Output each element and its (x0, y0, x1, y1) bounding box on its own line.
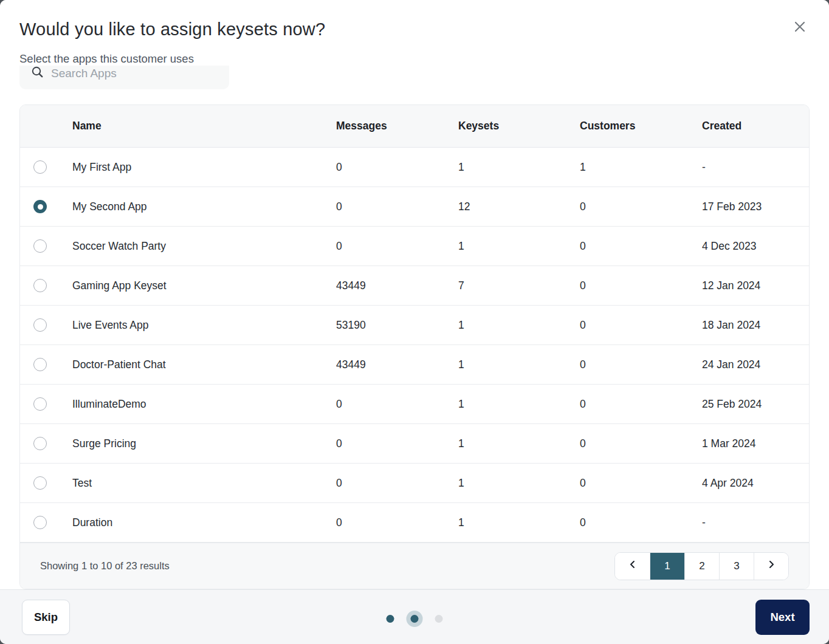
keysets-value: 1 (458, 358, 580, 371)
modal-header: Would you like to assign keysets now? Se… (0, 0, 829, 66)
app-name: My Second App (72, 200, 336, 213)
chevron-left-icon (628, 560, 638, 572)
keysets-value: 1 (458, 437, 580, 450)
table-row[interactable]: Doctor-Patient Chat 43449 1 0 24 Jan 202… (20, 345, 809, 385)
table-row[interactable]: Live Events App 53190 1 0 18 Jan 2024 (20, 306, 809, 345)
pagination-page-3[interactable]: 3 (719, 553, 754, 580)
pagination-page-2[interactable]: 2 (684, 553, 719, 580)
pagination: 1 2 3 (614, 552, 789, 580)
modal-footer-bar: Skip Next (0, 589, 829, 644)
search-input[interactable] (51, 67, 215, 80)
table-row[interactable]: My Second App 0 12 0 17 Feb 2023 (20, 187, 809, 227)
app-name: Live Events App (72, 319, 336, 332)
created-value: 24 Jan 2024 (702, 358, 809, 371)
assign-keysets-modal: Would you like to assign keysets now? Se… (0, 0, 829, 644)
step-dot-2 (411, 615, 419, 623)
app-name: Soccer Watch Party (72, 240, 336, 253)
created-value: 18 Jan 2024 (702, 319, 809, 332)
table-row[interactable]: Test 0 1 0 4 Apr 2024 (20, 464, 809, 503)
results-summary: Showing 1 to 10 of 23 results (40, 560, 170, 572)
table-footer: Showing 1 to 10 of 23 results 1 2 3 (20, 543, 809, 589)
radio-button[interactable] (33, 397, 47, 411)
keysets-value: 12 (458, 200, 580, 213)
created-value: 4 Dec 2023 (702, 240, 809, 253)
created-value: 25 Feb 2024 (702, 398, 809, 411)
customers-value: 0 (580, 319, 702, 332)
keysets-value: 1 (458, 516, 580, 529)
customers-value: 0 (580, 398, 702, 411)
messages-value: 0 (336, 200, 458, 213)
created-value: - (702, 161, 809, 174)
column-header-customers: Customers (580, 120, 702, 132)
customers-value: 0 (580, 279, 702, 292)
modal-subtitle: Select the apps this customer uses (19, 52, 194, 66)
customers-value: 1 (580, 161, 702, 174)
created-value: 17 Feb 2023 (702, 200, 809, 213)
messages-value: 0 (336, 477, 458, 490)
radio-button[interactable] (33, 516, 47, 529)
chevron-right-icon (766, 560, 776, 572)
pagination-page-1[interactable]: 1 (650, 553, 684, 580)
customers-value: 0 (580, 516, 702, 529)
app-name: IlluminateDemo (72, 398, 336, 411)
messages-value: 0 (336, 398, 458, 411)
created-value: - (702, 516, 809, 529)
radio-button[interactable] (33, 437, 47, 450)
search-icon (19, 66, 43, 80)
messages-value: 43449 (336, 358, 458, 371)
app-name: Doctor-Patient Chat (72, 358, 336, 371)
next-button[interactable]: Next (755, 600, 810, 635)
messages-value: 0 (336, 516, 458, 529)
keysets-value: 1 (458, 398, 580, 411)
close-button[interactable] (793, 19, 807, 34)
radio-button[interactable] (33, 200, 47, 213)
column-header-name: Name (72, 120, 336, 132)
pagination-prev-button[interactable] (615, 553, 650, 580)
keysets-value: 1 (458, 161, 580, 174)
app-name: Surge Pricing (72, 437, 336, 450)
table-row[interactable]: Gaming App Keyset 43449 7 0 12 Jan 2024 (20, 266, 809, 306)
customers-value: 0 (580, 200, 702, 213)
table-row[interactable]: Soccer Watch Party 0 1 0 4 Dec 2023 (20, 227, 809, 266)
keysets-value: 1 (458, 477, 580, 490)
radio-button[interactable] (33, 160, 47, 174)
step-indicator (387, 615, 443, 623)
app-name: Gaming App Keyset (72, 279, 336, 292)
close-icon (793, 27, 807, 36)
app-name: My First App (72, 161, 336, 174)
keysets-value: 1 (458, 240, 580, 253)
created-value: 1 Mar 2024 (702, 437, 809, 450)
apps-table: Name Messages Keysets Customers Created … (19, 104, 810, 589)
created-value: 12 Jan 2024 (702, 279, 809, 292)
customers-value: 0 (580, 240, 702, 253)
messages-value: 53190 (336, 319, 458, 332)
page-title: Would you like to assign keysets now? (19, 19, 325, 39)
table-row[interactable]: IlluminateDemo 0 1 0 25 Feb 2024 (20, 385, 809, 424)
radio-button[interactable] (33, 279, 47, 292)
app-name: Duration (72, 516, 336, 529)
messages-value: 43449 (336, 279, 458, 292)
skip-button[interactable]: Skip (22, 600, 70, 635)
column-header-messages: Messages (336, 120, 458, 132)
radio-button[interactable] (33, 476, 47, 490)
pagination-next-button[interactable] (754, 553, 788, 580)
radio-button[interactable] (33, 318, 47, 332)
step-dot-1 (387, 615, 394, 623)
keysets-value: 7 (458, 279, 580, 292)
keysets-value: 1 (458, 319, 580, 332)
messages-value: 0 (336, 161, 458, 174)
messages-value: 0 (336, 240, 458, 253)
app-name: Test (72, 477, 336, 490)
customers-value: 0 (580, 358, 702, 371)
column-header-created: Created (702, 120, 809, 132)
table-row[interactable]: My First App 0 1 1 - (20, 148, 809, 187)
table-row[interactable]: Duration 0 1 0 - (20, 503, 809, 543)
radio-button[interactable] (33, 239, 47, 253)
customers-value: 0 (580, 437, 702, 450)
table-row[interactable]: Surge Pricing 0 1 0 1 Mar 2024 (20, 424, 809, 464)
created-value: 4 Apr 2024 (702, 477, 809, 490)
messages-value: 0 (336, 437, 458, 450)
step-dot-3 (435, 615, 443, 623)
column-header-keysets: Keysets (458, 120, 580, 132)
radio-button[interactable] (33, 358, 47, 371)
